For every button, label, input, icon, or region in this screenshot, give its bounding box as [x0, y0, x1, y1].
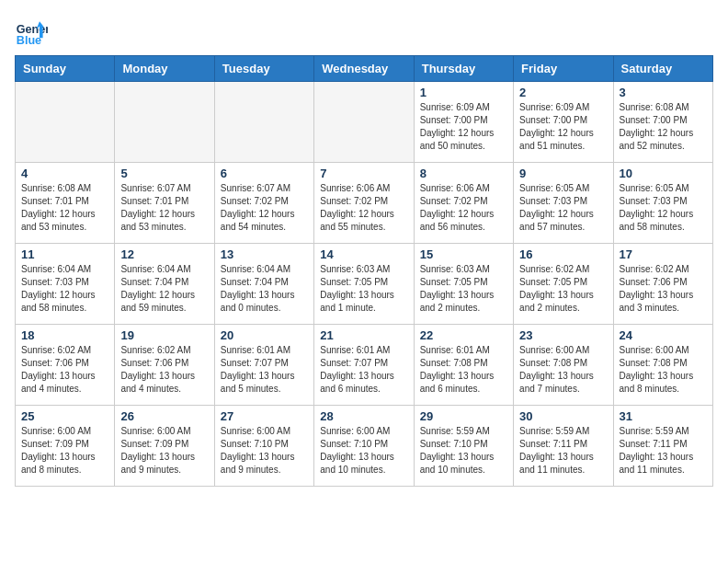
day-info: Sunrise: 6:03 AM Sunset: 7:05 PM Dayligh… — [320, 263, 407, 315]
day-info: Sunrise: 5:59 AM Sunset: 7:10 PM Dayligh… — [420, 425, 507, 477]
day-number: 28 — [320, 409, 407, 423]
day-number: 23 — [519, 328, 607, 342]
day-number: 3 — [620, 86, 707, 99]
calendar-cell: 29Sunrise: 5:59 AM Sunset: 7:10 PM Dayli… — [414, 406, 513, 487]
day-number: 27 — [221, 409, 308, 423]
day-info: Sunrise: 6:07 AM Sunset: 7:02 PM Dayligh… — [221, 182, 308, 234]
day-number: 6 — [221, 167, 308, 180]
day-number: 14 — [320, 247, 407, 261]
calendar-cell: 28Sunrise: 6:00 AM Sunset: 7:10 PM Dayli… — [314, 406, 414, 487]
day-number: 11 — [21, 247, 108, 261]
day-number: 7 — [320, 167, 407, 180]
calendar-cell: 13Sunrise: 6:04 AM Sunset: 7:04 PM Dayli… — [214, 244, 313, 325]
day-info: Sunrise: 6:04 AM Sunset: 7:04 PM Dayligh… — [120, 263, 208, 315]
calendar-cell: 3Sunrise: 6:08 AM Sunset: 7:00 PM Daylig… — [613, 82, 712, 163]
calendar-cell: 23Sunrise: 6:00 AM Sunset: 7:08 PM Dayli… — [514, 325, 613, 406]
day-info: Sunrise: 6:05 AM Sunset: 7:03 PM Dayligh… — [519, 182, 607, 234]
day-number: 8 — [420, 167, 507, 180]
day-info: Sunrise: 6:04 AM Sunset: 7:03 PM Dayligh… — [21, 263, 108, 315]
calendar-cell: 10Sunrise: 6:05 AM Sunset: 7:03 PM Dayli… — [613, 163, 712, 244]
calendar-cell: 7Sunrise: 6:06 AM Sunset: 7:02 PM Daylig… — [314, 163, 414, 244]
calendar-week-row: 4Sunrise: 6:08 AM Sunset: 7:01 PM Daylig… — [16, 163, 713, 244]
calendar-cell: 5Sunrise: 6:07 AM Sunset: 7:01 PM Daylig… — [115, 163, 214, 244]
day-info: Sunrise: 6:02 AM Sunset: 7:06 PM Dayligh… — [21, 344, 108, 396]
day-number: 19 — [120, 328, 208, 342]
logo: General Blue — [15, 15, 48, 48]
day-number: 12 — [120, 247, 208, 261]
day-info: Sunrise: 6:05 AM Sunset: 7:03 PM Dayligh… — [620, 182, 707, 234]
day-info: Sunrise: 6:01 AM Sunset: 7:07 PM Dayligh… — [221, 344, 308, 396]
day-number: 1 — [420, 86, 507, 99]
day-number: 4 — [21, 167, 108, 180]
calendar-cell: 19Sunrise: 6:02 AM Sunset: 7:06 PM Dayli… — [115, 325, 214, 406]
day-number: 16 — [519, 247, 607, 261]
weekday-header: Wednesday — [314, 56, 414, 82]
calendar-cell: 12Sunrise: 6:04 AM Sunset: 7:04 PM Dayli… — [115, 244, 214, 325]
calendar-cell: 8Sunrise: 6:06 AM Sunset: 7:02 PM Daylig… — [414, 163, 513, 244]
calendar-cell: 16Sunrise: 6:02 AM Sunset: 7:05 PM Dayli… — [514, 244, 613, 325]
svg-text:Blue: Blue — [17, 34, 41, 47]
day-number: 17 — [620, 247, 707, 261]
calendar-week-row: 25Sunrise: 6:00 AM Sunset: 7:09 PM Dayli… — [16, 406, 713, 487]
calendar-cell: 4Sunrise: 6:08 AM Sunset: 7:01 PM Daylig… — [16, 163, 115, 244]
weekday-header: Saturday — [613, 56, 712, 82]
weekday-header: Thursday — [414, 56, 513, 82]
calendar-cell: 22Sunrise: 6:01 AM Sunset: 7:08 PM Dayli… — [414, 325, 513, 406]
weekday-header-row: SundayMondayTuesdayWednesdayThursdayFrid… — [16, 56, 713, 82]
calendar-cell: 27Sunrise: 6:00 AM Sunset: 7:10 PM Dayli… — [214, 406, 313, 487]
calendar-cell: 21Sunrise: 6:01 AM Sunset: 7:07 PM Dayli… — [314, 325, 414, 406]
day-info: Sunrise: 6:06 AM Sunset: 7:02 PM Dayligh… — [420, 182, 507, 234]
calendar-cell: 9Sunrise: 6:05 AM Sunset: 7:03 PM Daylig… — [514, 163, 613, 244]
calendar-cell: 2Sunrise: 6:09 AM Sunset: 7:00 PM Daylig… — [514, 82, 613, 163]
logo-icon: General Blue — [15, 15, 48, 48]
day-info: Sunrise: 6:00 AM Sunset: 7:09 PM Dayligh… — [120, 425, 208, 477]
calendar-body: 1Sunrise: 6:09 AM Sunset: 7:00 PM Daylig… — [16, 82, 713, 487]
calendar-cell: 31Sunrise: 5:59 AM Sunset: 7:11 PM Dayli… — [613, 406, 712, 487]
day-number: 18 — [21, 328, 108, 342]
calendar-cell: 1Sunrise: 6:09 AM Sunset: 7:00 PM Daylig… — [414, 82, 513, 163]
calendar-cell: 15Sunrise: 6:03 AM Sunset: 7:05 PM Dayli… — [414, 244, 513, 325]
calendar-cell — [314, 82, 414, 163]
weekday-header: Friday — [514, 56, 613, 82]
day-number: 5 — [120, 167, 208, 180]
calendar-week-row: 18Sunrise: 6:02 AM Sunset: 7:06 PM Dayli… — [16, 325, 713, 406]
day-number: 29 — [420, 409, 507, 423]
day-number: 24 — [620, 328, 707, 342]
calendar-cell: 18Sunrise: 6:02 AM Sunset: 7:06 PM Dayli… — [16, 325, 115, 406]
day-number: 2 — [519, 86, 607, 99]
day-number: 21 — [320, 328, 407, 342]
page-header: General Blue — [15, 15, 713, 48]
weekday-header: Sunday — [16, 56, 115, 82]
day-info: Sunrise: 6:08 AM Sunset: 7:00 PM Dayligh… — [620, 101, 707, 153]
calendar-cell: 6Sunrise: 6:07 AM Sunset: 7:02 PM Daylig… — [214, 163, 313, 244]
day-number: 25 — [21, 409, 108, 423]
day-info: Sunrise: 6:07 AM Sunset: 7:01 PM Dayligh… — [120, 182, 208, 234]
day-info: Sunrise: 6:00 AM Sunset: 7:10 PM Dayligh… — [221, 425, 308, 477]
day-info: Sunrise: 6:09 AM Sunset: 7:00 PM Dayligh… — [519, 101, 607, 153]
day-number: 31 — [620, 409, 707, 423]
day-info: Sunrise: 5:59 AM Sunset: 7:11 PM Dayligh… — [519, 425, 607, 477]
day-number: 26 — [120, 409, 208, 423]
day-number: 30 — [519, 409, 607, 423]
day-info: Sunrise: 6:00 AM Sunset: 7:10 PM Dayligh… — [320, 425, 407, 477]
day-number: 13 — [221, 247, 308, 261]
calendar-cell: 11Sunrise: 6:04 AM Sunset: 7:03 PM Dayli… — [16, 244, 115, 325]
day-number: 10 — [620, 167, 707, 180]
calendar-cell: 20Sunrise: 6:01 AM Sunset: 7:07 PM Dayli… — [214, 325, 313, 406]
day-info: Sunrise: 6:00 AM Sunset: 7:09 PM Dayligh… — [21, 425, 108, 477]
day-info: Sunrise: 6:04 AM Sunset: 7:04 PM Dayligh… — [221, 263, 308, 315]
calendar-cell — [16, 82, 115, 163]
calendar-cell — [115, 82, 214, 163]
day-number: 22 — [420, 328, 507, 342]
day-info: Sunrise: 6:02 AM Sunset: 7:06 PM Dayligh… — [620, 263, 707, 315]
calendar-week-row: 11Sunrise: 6:04 AM Sunset: 7:03 PM Dayli… — [16, 244, 713, 325]
day-info: Sunrise: 6:00 AM Sunset: 7:08 PM Dayligh… — [519, 344, 607, 396]
day-info: Sunrise: 6:06 AM Sunset: 7:02 PM Dayligh… — [320, 182, 407, 234]
weekday-header: Tuesday — [214, 56, 313, 82]
calendar-cell: 25Sunrise: 6:00 AM Sunset: 7:09 PM Dayli… — [16, 406, 115, 487]
calendar-cell — [214, 82, 313, 163]
calendar-cell: 24Sunrise: 6:00 AM Sunset: 7:08 PM Dayli… — [613, 325, 712, 406]
day-info: Sunrise: 6:01 AM Sunset: 7:08 PM Dayligh… — [420, 344, 507, 396]
day-info: Sunrise: 5:59 AM Sunset: 7:11 PM Dayligh… — [620, 425, 707, 477]
calendar-cell: 26Sunrise: 6:00 AM Sunset: 7:09 PM Dayli… — [115, 406, 214, 487]
